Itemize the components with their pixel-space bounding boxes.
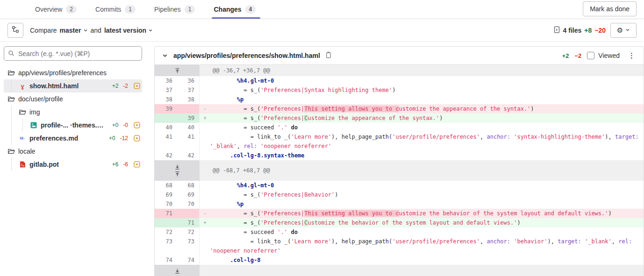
tab-count-badge: 1: [185, 5, 195, 14]
diff-line-content: = link_to _('Learn more'), help_page_pat…: [200, 237, 644, 255]
tab-count-badge: 4: [245, 5, 256, 14]
file-deletions-count: -2: [123, 83, 128, 89]
file-additions: +2: [562, 52, 569, 59]
tree-file-item[interactable]: gitlab.pot+6-6: [4, 158, 142, 171]
tree-item-label: img: [29, 108, 40, 116]
diff-settings-dropdown[interactable]: ⚙: [610, 23, 637, 38]
tree-indent-guide: [11, 106, 12, 119]
new-line-number[interactable]: 70: [177, 199, 200, 209]
chevron-down-icon: [625, 27, 630, 34]
diff-line-row: 7373 = link_to _('Learn more'), help_pag…: [155, 237, 644, 255]
diff-file-panel: app/views/profiles/preferences/show.html…: [154, 46, 644, 276]
file-modified-badge: [134, 135, 140, 142]
new-line-number[interactable]: 73: [177, 237, 200, 255]
old-line-number[interactable]: 42: [155, 151, 177, 160]
old-line-number[interactable]: 68: [155, 181, 177, 190]
new-line-number[interactable]: [177, 104, 200, 113]
tab-label: Pipelines: [154, 6, 181, 13]
tab-label: Commits: [95, 6, 121, 13]
collapse-file-chevron[interactable]: [160, 52, 170, 59]
diff-line-marker: -: [203, 104, 207, 113]
copy-path-icon[interactable]: [325, 51, 332, 60]
mark-as-done-button[interactable]: Mark as done: [583, 1, 637, 16]
new-line-number[interactable]: 68: [177, 181, 200, 190]
file-browser-sidebar: app/views/profiles/preferencesɣshow.html…: [0, 46, 147, 171]
chevron-down-icon: [148, 27, 153, 34]
expand-down-button[interactable]: [172, 163, 182, 170]
old-line-number[interactable]: 72: [155, 227, 177, 237]
pot-file-icon: [19, 161, 26, 168]
old-line-number[interactable]: 38: [155, 95, 177, 104]
expand-up-button[interactable]: [172, 67, 182, 74]
tree-item-label: doc/user/profile: [18, 95, 63, 103]
tab-changes[interactable]: Changes4: [214, 0, 256, 19]
diff-line-content: = s_('Preferences|Syntax highlighting th…: [200, 85, 644, 95]
file-modified-badge: [134, 83, 140, 89]
hunk-header-text: @@ -68,7 +68,7 @@: [200, 160, 644, 181]
expand-gutter: [155, 265, 200, 276]
viewed-checkbox[interactable]: [587, 52, 594, 59]
new-line-number[interactable]: [177, 209, 200, 218]
tree-file-item[interactable]: ɣshow.html.haml+2-2: [4, 79, 142, 92]
tree-file-item[interactable]: profile-... ·themes.png+0-0: [4, 119, 142, 132]
tab-pipelines[interactable]: Pipelines1: [154, 0, 195, 19]
file-search-input[interactable]: [4, 46, 142, 61]
diff-line-content: - = s_('Preferences|This setting allows …: [200, 209, 644, 218]
viewed-toggle[interactable]: Viewed: [587, 52, 620, 59]
old-line-number[interactable]: 36: [155, 76, 177, 85]
diff-line-row: 4040 = succeed '.' do: [155, 123, 644, 132]
new-line-number[interactable]: 40: [177, 123, 200, 132]
old-line-number[interactable]: [155, 113, 177, 123]
new-line-number[interactable]: 42: [177, 151, 200, 160]
tree-folder-item[interactable]: locale: [4, 145, 142, 158]
old-line-number[interactable]: 40: [155, 123, 177, 132]
merge-request-tabbar: Overview2Commits1Pipelines1Changes4 Mark…: [0, 0, 644, 19]
old-line-number[interactable]: 71: [155, 209, 177, 218]
source-branch-dropdown[interactable]: master: [60, 27, 88, 34]
diff-line-row: 39+ = s_('Preferences|Customize the appe…: [155, 113, 644, 123]
new-line-number[interactable]: 74: [177, 255, 200, 265]
old-line-number[interactable]: 70: [155, 199, 177, 209]
expand-gutter: [155, 160, 200, 181]
tab-overview[interactable]: Overview2: [35, 0, 77, 19]
tree-file-item[interactable]: M↓preferences.md+0-12: [4, 132, 142, 145]
diff-file-path[interactable]: app/views/profiles/preferences/show.html…: [173, 52, 320, 59]
old-line-number[interactable]: 39: [155, 104, 177, 113]
file-options-kebab[interactable]: ⋮: [625, 50, 638, 61]
tab-commits[interactable]: Commits1: [95, 0, 136, 19]
new-line-number[interactable]: 71: [177, 218, 200, 227]
tree-folder-item[interactable]: img: [4, 106, 142, 119]
chevron-down-icon: [83, 27, 88, 34]
tree-indent-guide: [11, 158, 12, 171]
tree-item-label: gitlab.pot: [29, 161, 59, 168]
tab-label: Changes: [214, 6, 241, 13]
tree-item-label: app/views/profiles/preferences: [18, 69, 107, 77]
old-line-number[interactable]: 37: [155, 85, 177, 95]
new-line-number[interactable]: 72: [177, 227, 200, 237]
expand-up-button[interactable]: [172, 170, 182, 177]
target-version-dropdown[interactable]: latest version: [104, 27, 153, 34]
tree-folder-item[interactable]: doc/user/profile: [4, 92, 142, 106]
old-line-number[interactable]: 69: [155, 190, 177, 199]
tree-indent-guide: [22, 119, 23, 132]
new-line-number[interactable]: 41: [177, 132, 200, 151]
new-line-number[interactable]: 39: [177, 113, 200, 123]
doc-code-icon: [553, 26, 560, 35]
old-line-number[interactable]: 73: [155, 237, 177, 255]
old-line-number[interactable]: 41: [155, 132, 177, 151]
new-line-number[interactable]: 38: [177, 95, 200, 104]
tree-indent-guide: [11, 132, 12, 145]
hunk-header-text: [200, 265, 644, 276]
file-deletions-count: -12: [120, 135, 128, 142]
diff-line-row: 7474 .col-lg-8: [155, 255, 644, 265]
old-line-number[interactable]: [155, 218, 177, 227]
tree-folder-item[interactable]: app/views/profiles/preferences: [4, 66, 142, 79]
old-line-number[interactable]: 74: [155, 255, 177, 265]
diff-line-content: .col-lg-8: [200, 255, 644, 265]
new-line-number[interactable]: 36: [177, 76, 200, 85]
file-tree-toggle-button[interactable]: [7, 23, 23, 38]
expand-down-button[interactable]: [172, 268, 182, 275]
new-line-number[interactable]: 69: [177, 190, 200, 199]
tree-item-label: preferences.md: [29, 134, 78, 142]
new-line-number[interactable]: 37: [177, 85, 200, 95]
